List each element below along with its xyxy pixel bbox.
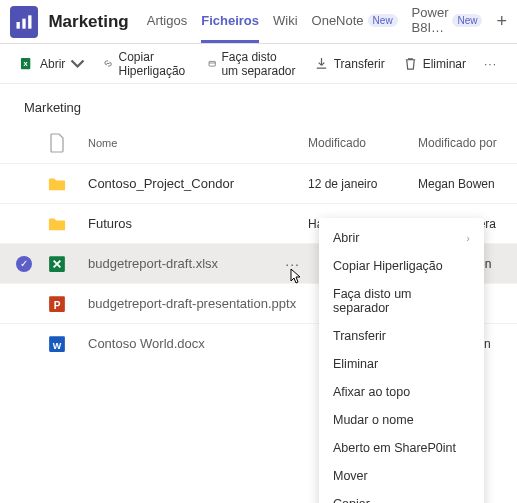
- table-header: Nome Modificado Modificado por: [0, 123, 517, 163]
- svg-rect-1: [23, 18, 26, 28]
- file-name: Futuros: [88, 216, 308, 231]
- svg-rect-2: [28, 15, 31, 28]
- channel-header: Marketing Artigos Ficheiros Wiki OneNote…: [0, 0, 517, 44]
- row-checkbox[interactable]: ✓: [0, 256, 48, 272]
- tab-label: Artigos: [147, 13, 187, 28]
- type-icon-header: [48, 133, 68, 153]
- new-badge: New: [368, 14, 398, 27]
- ctx-label: Faça disto um separador: [333, 287, 470, 315]
- word-file-icon: W: [48, 334, 66, 354]
- excel-icon: x: [20, 56, 35, 71]
- svg-text:P: P: [54, 299, 61, 310]
- download-icon: [314, 56, 329, 71]
- row-more-button[interactable]: ···: [285, 256, 300, 272]
- tool-label: Eliminar: [423, 57, 466, 71]
- toolbar-more-button[interactable]: ···: [484, 57, 497, 71]
- tab-label: Wiki: [273, 13, 298, 28]
- channel-avatar: [10, 6, 38, 38]
- context-menu: Abrir› Copiar Hiperligação Faça disto um…: [319, 218, 484, 503]
- link-icon: [103, 56, 113, 71]
- excel-file-icon: [48, 254, 66, 274]
- tool-label: Copiar Hiperligação: [119, 50, 191, 78]
- folder-icon: [48, 214, 66, 234]
- file-toolbar: x Abrir Copiar Hiperligação Faça disto u…: [0, 44, 517, 84]
- ctx-label: Copiar: [333, 497, 370, 503]
- tab-onenote[interactable]: OneNoteNew: [312, 0, 398, 43]
- new-badge: New: [452, 14, 482, 27]
- ctx-pin[interactable]: Afixar ao topo: [319, 378, 484, 406]
- ctx-copy-link[interactable]: Copiar Hiperligação: [319, 252, 484, 280]
- file-name: Contoso_Project_Condor: [88, 176, 308, 191]
- ctx-label: Aberto em ShareP0int: [333, 441, 456, 455]
- open-button[interactable]: x Abrir: [20, 56, 85, 71]
- file-modified: 12 de janeiro: [308, 177, 418, 191]
- make-tab-button[interactable]: Faça disto um separador: [208, 50, 296, 78]
- chevron-right-icon: ›: [466, 232, 470, 244]
- ctx-label: Copiar Hiperligação: [333, 259, 443, 273]
- tool-label: Faça disto um separador: [221, 50, 295, 78]
- add-tab-button[interactable]: +: [496, 11, 507, 32]
- ctx-label: Afixar ao topo: [333, 385, 410, 399]
- tab-powerbi[interactable]: Power B8I…New: [412, 0, 483, 43]
- ctx-label: Mudar o nome: [333, 413, 414, 427]
- ctx-label: Eliminar: [333, 357, 378, 371]
- tool-label: Abrir: [40, 57, 65, 71]
- tool-label: Transferir: [334, 57, 385, 71]
- col-name[interactable]: Nome: [88, 137, 308, 149]
- delete-button[interactable]: Eliminar: [403, 56, 466, 71]
- ctx-open[interactable]: Abrir›: [319, 224, 484, 252]
- breadcrumb[interactable]: Marketing: [0, 84, 517, 123]
- powerpoint-file-icon: P: [48, 294, 66, 314]
- chevron-down-icon: [70, 56, 85, 71]
- ctx-label: Abrir: [333, 231, 359, 245]
- folder-icon: [48, 174, 66, 194]
- copy-link-button[interactable]: Copiar Hiperligação: [103, 50, 190, 78]
- tab-files[interactable]: Ficheiros: [201, 0, 259, 43]
- channel-title: Marketing: [48, 12, 128, 32]
- ctx-label: Mover: [333, 469, 368, 483]
- ctx-delete[interactable]: Eliminar: [319, 350, 484, 378]
- file-modified-by: Megan Bowen: [418, 177, 508, 191]
- chart-icon: [14, 12, 34, 32]
- download-button[interactable]: Transferir: [314, 56, 385, 71]
- svg-rect-5: [209, 61, 215, 66]
- trash-icon: [403, 56, 418, 71]
- ctx-open-sharepoint[interactable]: Aberto em ShareP0int: [319, 434, 484, 462]
- ctx-download[interactable]: Transferir: [319, 322, 484, 350]
- ctx-copy[interactable]: Copiar: [319, 490, 484, 503]
- tab-icon: [208, 56, 216, 71]
- svg-text:W: W: [53, 340, 62, 350]
- check-icon: ✓: [16, 256, 32, 272]
- svg-rect-0: [17, 22, 20, 29]
- file-name: budgetreport-draft-presentation.pptx: [88, 296, 308, 311]
- ctx-rename[interactable]: Mudar o nome: [319, 406, 484, 434]
- tab-label: Ficheiros: [201, 13, 259, 28]
- ctx-make-tab[interactable]: Faça disto um separador: [319, 280, 484, 322]
- file-name: budgetreport-draft.xlsx: [88, 256, 218, 271]
- col-modified[interactable]: Modificado: [308, 136, 418, 150]
- tab-posts[interactable]: Artigos: [147, 0, 187, 43]
- tab-label: OneNote: [312, 13, 364, 28]
- tab-strip: Artigos Ficheiros Wiki OneNoteNew Power …: [147, 0, 507, 43]
- table-row[interactable]: Contoso_Project_Condor 12 de janeiro Meg…: [0, 163, 517, 203]
- ctx-move[interactable]: Mover: [319, 462, 484, 490]
- cursor-icon: [287, 268, 303, 286]
- file-icon: [48, 133, 66, 153]
- file-name: Contoso World.docx: [88, 336, 308, 351]
- tab-label: Power B8I…: [412, 5, 449, 35]
- col-modified-by[interactable]: Modificado por: [418, 136, 508, 150]
- ctx-label: Transferir: [333, 329, 386, 343]
- tab-wiki[interactable]: Wiki: [273, 0, 298, 43]
